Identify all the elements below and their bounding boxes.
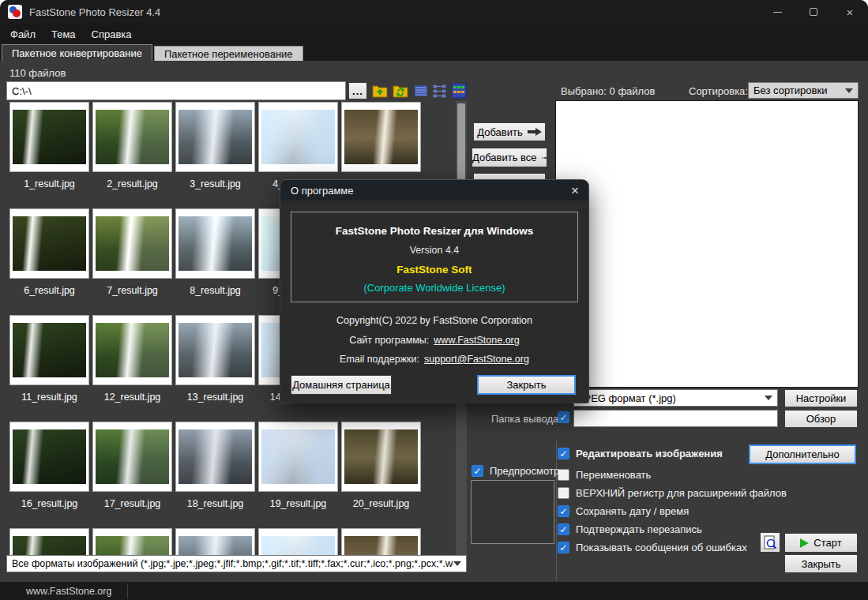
output-folder-checkbox[interactable] [558,411,569,423]
output-folder-input[interactable] [573,410,778,427]
option-rename[interactable]: Переименовать [558,469,651,481]
product-name: FastStone Photo Resizer для Windows [291,225,577,237]
thumbnail-item[interactable]: 20_result.jpg [341,422,421,528]
thumbnail-filename: 1_result.jpg [9,178,89,189]
thumbnail-image [13,216,86,271]
minimize-icon[interactable] [759,0,795,24]
status-link[interactable]: www.FastStone.org [26,586,111,597]
menu-bar: Файл Тема Справка [0,24,868,44]
add-button[interactable]: Добавить [473,122,546,141]
menu-file[interactable]: Файл [2,24,43,44]
thumbnail-item[interactable]: 1_result.jpg [9,102,89,208]
thumbnail-image [261,110,335,164]
option-uppercase-ext[interactable]: ВЕРХНИЙ регистр для расширений файлов [558,487,787,499]
copyright-label: Copyright(C) 2022 by FastStone Corporati… [280,315,588,326]
version-label: Version 4.4 [291,245,577,256]
format-filter-dropdown[interactable]: Все форматы изображений (*.jpg;*.jpe;*.j… [6,555,467,572]
sort-label: Сортировка: [689,85,748,97]
menu-help[interactable]: Справка [84,24,140,44]
site-link[interactable]: www.FastStone.org [434,335,519,346]
thumbnail-item[interactable] [341,528,421,557]
checkbox[interactable] [558,542,569,553]
sort-dropdown[interactable]: Без сортировки [748,82,859,99]
folder-up-icon[interactable] [371,82,389,99]
status-separator [127,583,128,598]
home-page-button[interactable]: Домашняя страница [291,375,392,395]
checkbox[interactable] [558,448,569,459]
option-edit-images[interactable]: Редактировать изображения [558,448,723,459]
tab-batch-convert[interactable]: Пакетное конвертирование [2,44,152,61]
checkbox[interactable] [558,469,569,481]
browse-output-button[interactable]: Обзор [784,410,858,428]
thumbnail-item[interactable] [258,528,338,557]
thumbnail-item[interactable] [9,528,89,557]
tab-batch-rename[interactable]: Пакетное переименование [154,46,303,61]
thumbnail-item[interactable]: 16_result.jpg [9,422,89,528]
thumbnail-image [344,429,418,484]
thumbnail-image [178,536,252,557]
checkbox[interactable] [558,523,569,535]
dialog-title-bar[interactable]: О программе × [280,180,588,201]
thumbnail-item[interactable]: 17_result.jpg [92,422,172,528]
thumbnail-item[interactable]: 3_result.jpg [175,102,255,208]
thumbnail-image [13,429,86,484]
checkbox[interactable] [558,505,569,517]
details-view-icon[interactable] [412,82,430,99]
thumbnail-filename: 8_result.jpg [175,285,255,296]
page-magnifier-icon [763,535,777,549]
email-row: Email поддержки:support@FastStone.org [280,354,588,365]
close-main-button[interactable]: Закрыть [784,554,858,573]
menu-theme[interactable]: Тема [43,24,84,44]
thumbnail-item[interactable]: 11_result.jpg [9,315,89,422]
option-confirm-overwrite[interactable]: Подтверждать перезапись [558,523,702,535]
site-row: Сайт программы:www.FastStone.org [280,335,588,346]
status-bar: www.FastStone.org [0,582,868,600]
double-arrow-right-icon [542,154,547,162]
dialog-close-icon[interactable]: × [571,184,579,197]
preview-checkbox-row[interactable]: Предпросмотр [472,465,559,477]
thumbnail-item[interactable] [175,528,255,557]
checkbox[interactable] [558,487,569,499]
thumbnail-image [96,429,169,484]
preview-document-button[interactable] [760,532,780,553]
thumbnail-item[interactable]: 12_result.jpg [92,315,172,422]
thumbnail-image [13,536,86,557]
scrollbar-thumb[interactable] [457,103,465,181]
about-dialog: О программе × FastStone Photo Resizer дл… [280,180,588,403]
path-input[interactable] [6,81,346,100]
thumbnail-image [96,323,169,377]
app-icon [8,5,22,19]
preview-checkbox[interactable] [472,465,483,477]
add-all-button[interactable]: Добавить все [472,148,547,167]
close-icon[interactable]: × [832,0,868,24]
start-button[interactable]: Старт [784,533,858,553]
rename-list-icon[interactable] [431,82,449,99]
maximize-icon[interactable] [795,0,832,24]
thumbnail-item[interactable]: 19_result.jpg [258,422,338,528]
thumbnail-item[interactable]: 8_result.jpg [175,208,255,315]
browse-path-button[interactable]: ... [348,82,367,99]
thumbnail-item[interactable]: 13_result.jpg [175,315,255,422]
thumbnail-view-icon[interactable] [450,82,468,99]
thumbnail-image [13,323,86,377]
email-link[interactable]: support@FastStone.org [424,354,529,365]
settings-button[interactable]: Настройки [784,389,858,407]
dialog-close-button[interactable]: Закрыть [477,375,576,395]
thumbnail-item[interactable]: 2_result.jpg [92,102,172,208]
option-show-errors[interactable]: Показывать сообщения об ошибках [558,542,747,553]
thumbnail-filename: 6_result.jpg [9,285,89,296]
thumbnail-item[interactable] [92,528,172,557]
thumbnail-item[interactable]: 18_result.jpg [175,422,255,528]
thumbnail-image [96,110,169,164]
chevron-down-icon [453,561,461,566]
dialog-title: О программе [291,185,354,197]
output-format-dropdown[interactable]: JPEG формат (*.jpg) [573,389,778,407]
thumbnail-item[interactable]: 6_result.jpg [9,208,89,315]
thumbnail-image [96,216,169,271]
selected-files-list[interactable] [555,100,859,388]
advanced-button[interactable]: Дополнительно [749,444,856,464]
folder-sync-icon[interactable] [392,82,409,99]
thumbnail-item[interactable]: 7_result.jpg [92,208,172,315]
option-keep-date[interactable]: Сохранять дату / время [558,505,689,517]
thumbnail-image [178,429,252,484]
